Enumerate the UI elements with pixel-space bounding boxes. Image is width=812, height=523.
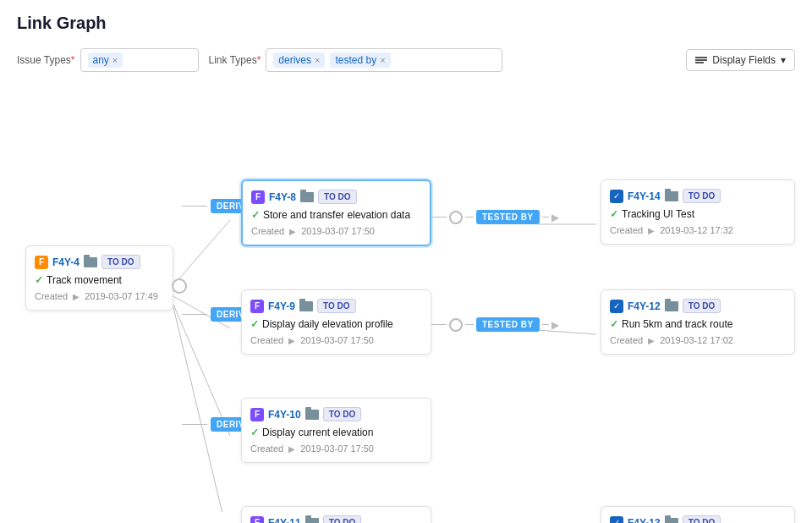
f4y12-id: F4Y-12 — [628, 300, 661, 312]
f4y11-id: F4Y-11 — [268, 517, 301, 524]
link-type-derives-tag: derives × — [273, 52, 325, 68]
f4y11-header: F F4Y-11 TO DO — [250, 515, 422, 523]
right-node-f4y14[interactable]: ✓ F4Y-14 TO DO ✓ Tracking UI Test Create… — [601, 179, 795, 245]
source-node-folder-icon — [84, 257, 97, 267]
middle-node-f4y10[interactable]: F F4Y-10 TO DO ✓ Display current elevati… — [241, 398, 431, 463]
f4y9-id: F4Y-9 — [268, 300, 295, 312]
display-fields-label: Display Fields — [712, 54, 776, 66]
svg-line-2 — [173, 305, 230, 436]
middle-node-f4y8[interactable]: F F4Y-8 TO DO ✓ Store and transfer eleva… — [241, 179, 431, 246]
issue-types-label: Issue Types* — [17, 54, 75, 66]
source-node-issue-icon: F — [35, 256, 48, 269]
f4y10-badge: TO DO — [323, 407, 361, 421]
tested-by-connector-1: TESTED BY ▶ — [431, 210, 559, 224]
f4y9-folder-icon — [299, 301, 313, 311]
middle-node-f4y11[interactable]: F F4Y-11 TO DO ✓ Measure and track eleva… — [241, 506, 431, 523]
f4y8-folder-icon — [300, 192, 314, 202]
f4y8-id: F4Y-8 — [269, 191, 296, 203]
tested-by-connector-2: TESTED BY ▶ — [431, 317, 559, 332]
svg-line-3 — [173, 307, 230, 512]
issue-types-input[interactable]: any × — [80, 48, 199, 72]
middle-node-f4y9[interactable]: F F4Y-9 TO DO ✓ Display daily elevation … — [241, 289, 431, 355]
f4y12-title: ✓ Run 5km and track route — [610, 318, 786, 330]
f4y11-badge: TO DO — [323, 515, 361, 523]
f4y14-badge: TO DO — [683, 189, 721, 203]
svg-line-0 — [173, 220, 230, 285]
f4y14-title: ✓ Tracking UI Test — [610, 208, 786, 220]
f4y14-folder-icon — [665, 191, 678, 201]
f4y10-title: ✓ Display current elevation — [250, 427, 422, 438]
f4y10-folder-icon — [305, 410, 319, 420]
f4y10-header: F F4Y-10 TO DO — [250, 407, 422, 421]
display-fields-button[interactable]: Display Fields ▾ — [686, 49, 795, 71]
source-node-meta: Created ▶ 2019-03-07 17:49 — [35, 291, 164, 301]
f4y12-badge: TO DO — [683, 299, 721, 313]
page-title: Link Graph — [17, 14, 795, 33]
f4y8-badge: TO DO — [318, 190, 356, 204]
f4y8-issue-icon: F — [251, 190, 265, 204]
source-node-checkmark: ✓ — [35, 274, 43, 286]
f4y11-issue-icon: F — [250, 516, 264, 524]
f4y9-header: F F4Y-9 TO DO — [250, 299, 422, 313]
f4y8-meta: Created ▶ 2019-03-07 17:50 — [251, 226, 421, 236]
f4y8-header: F F4Y-8 TO DO — [251, 190, 421, 204]
circle-connector-1 — [449, 211, 463, 224]
source-node-badge: TO DO — [102, 255, 140, 269]
f4y11-folder-icon — [305, 518, 319, 524]
f4y14-meta: Created ▶ 2019-03-12 17:32 — [610, 225, 786, 235]
f4y8-title: ✓ Store and transfer elevation data — [251, 209, 421, 221]
f4y13-folder-icon — [665, 518, 678, 524]
tested-by-label-2: TESTED BY — [476, 317, 540, 332]
f4y13-check-icon: ✓ — [610, 516, 623, 524]
f4y12-folder-icon — [665, 301, 678, 311]
toolbar: Issue Types* any × Link Types* derives × — [17, 48, 795, 72]
f4y9-issue-icon: F — [250, 300, 264, 313]
f4y10-id: F4Y-10 — [268, 409, 301, 421]
source-circle-connector — [172, 278, 187, 294]
f4y10-meta: Created ▶ 2019-03-07 17:50 — [250, 443, 422, 454]
link-types-label: Link Types* — [209, 54, 261, 66]
f4y12-meta: Created ▶ 2019-03-12 17:02 — [610, 335, 786, 345]
page-container: Link Graph Issue Types* any × Link Types… — [0, 0, 812, 523]
graph-container: F F4Y-4 TO DO ✓ Track movement Created ▶… — [17, 89, 795, 512]
display-fields-chevron: ▾ — [781, 54, 786, 66]
f4y12-header: ✓ F4Y-12 TO DO — [610, 299, 786, 313]
f4y12-check-icon: ✓ — [610, 300, 623, 313]
right-node-f4y13[interactable]: ✓ F4Y-13 TO DO ✓ Dashboard test Created … — [601, 506, 795, 523]
issue-types-any-tag: any × — [88, 52, 123, 68]
source-node[interactable]: F F4Y-4 TO DO ✓ Track movement Created ▶… — [25, 245, 173, 311]
link-type-tested-by-tag: tested by × — [330, 52, 390, 68]
right-node-f4y12[interactable]: ✓ F4Y-12 TO DO ✓ Run 5km and track route… — [601, 289, 795, 355]
f4y13-header: ✓ F4Y-13 TO DO — [610, 515, 786, 523]
link-type-derives-close[interactable]: × — [315, 55, 320, 65]
issue-types-group: Issue Types* any × — [17, 48, 199, 72]
f4y14-header: ✓ F4Y-14 TO DO — [610, 189, 786, 203]
f4y14-check-icon: ✓ — [610, 190, 623, 203]
f4y14-id: F4Y-14 — [628, 190, 661, 202]
f4y10-issue-icon: F — [250, 408, 264, 421]
display-fields-icon — [695, 57, 707, 63]
tested-by-label-1: TESTED BY — [476, 210, 540, 224]
link-type-tested-by-close[interactable]: × — [380, 55, 385, 65]
f4y9-title: ✓ Display daily elevation profile — [250, 318, 422, 330]
source-node-id: F4Y-4 — [52, 256, 80, 268]
circle-connector-2 — [449, 318, 463, 332]
link-types-input[interactable]: derives × tested by × — [266, 48, 502, 72]
issue-types-any-close[interactable]: × — [112, 55, 118, 65]
link-types-group: Link Types* derives × tested by × — [209, 48, 503, 72]
f4y13-badge: TO DO — [683, 515, 721, 523]
source-node-header: F F4Y-4 TO DO — [35, 255, 164, 269]
f4y9-badge: TO DO — [317, 299, 355, 313]
f4y9-meta: Created ▶ 2019-03-07 17:50 — [250, 335, 422, 345]
f4y13-id: F4Y-13 — [628, 517, 661, 524]
source-node-title: ✓ Track movement — [35, 274, 164, 286]
